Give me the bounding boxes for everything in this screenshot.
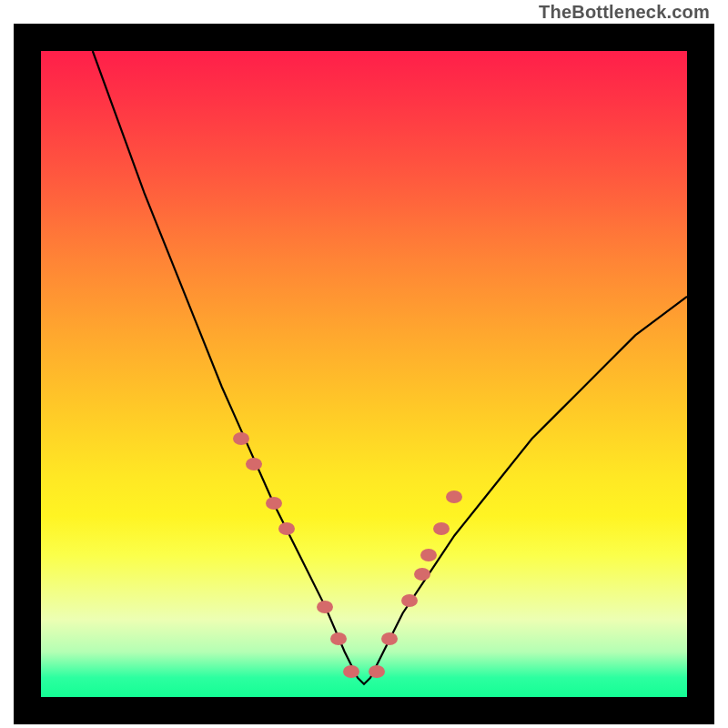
plot-area <box>41 51 687 697</box>
curve-svg <box>41 51 687 697</box>
sample-marker <box>246 458 262 470</box>
sample-marker <box>266 497 282 510</box>
sample-marker <box>446 490 462 503</box>
sample-marker <box>433 522 450 535</box>
watermark-text: TheBottleneck.com <box>539 2 710 23</box>
sample-marker <box>343 665 359 678</box>
sample-marker <box>278 522 295 535</box>
sample-marker <box>381 632 398 645</box>
chart-frame <box>14 24 714 724</box>
sample-marker <box>414 568 430 581</box>
sample-marker <box>233 432 249 445</box>
chart-stage: TheBottleneck.com <box>0 0 728 728</box>
bottleneck-curve-path <box>93 51 687 684</box>
sample-marker <box>317 601 333 613</box>
sample-marker <box>401 594 418 607</box>
sample-marker <box>330 632 347 645</box>
sample-marker <box>369 665 385 678</box>
sample-marker <box>420 549 437 561</box>
